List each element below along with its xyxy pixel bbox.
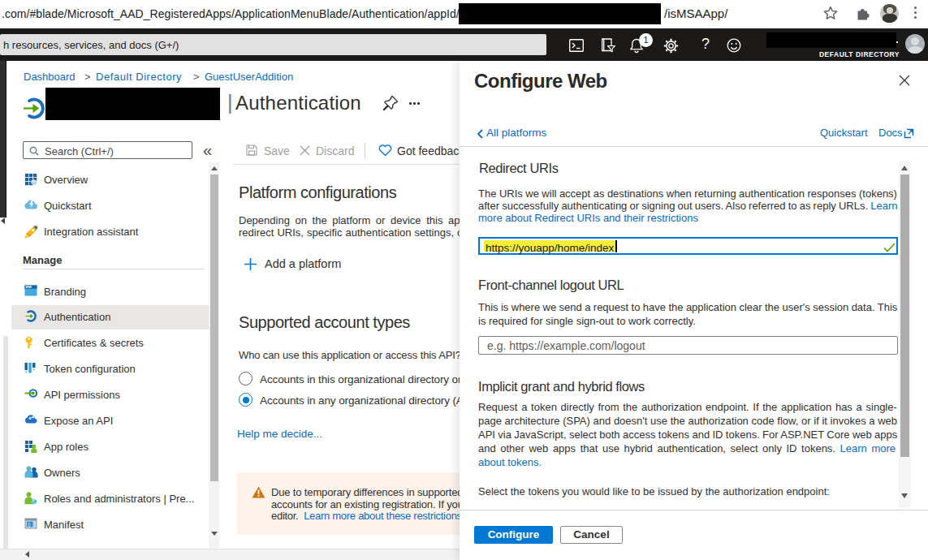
svg-text:ww: ww xyxy=(25,285,32,289)
svg-text:{): {) xyxy=(28,522,31,527)
